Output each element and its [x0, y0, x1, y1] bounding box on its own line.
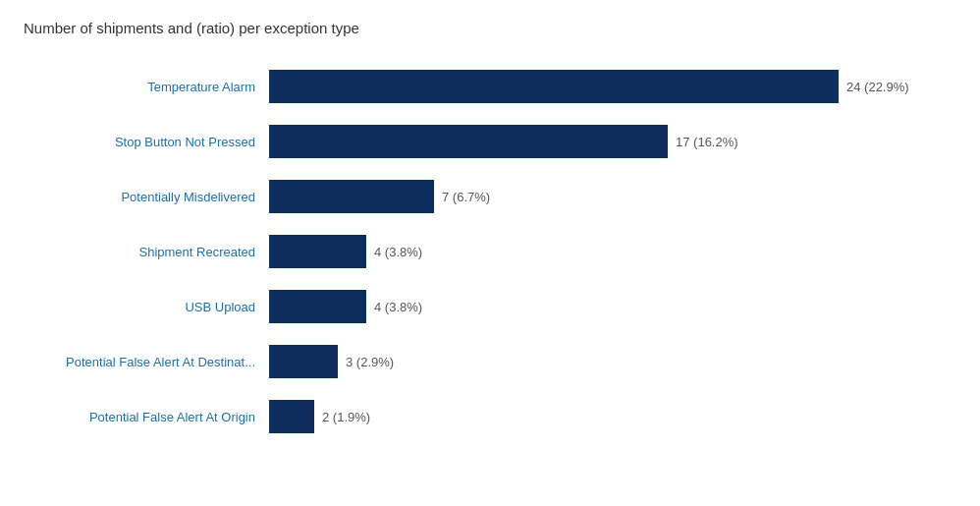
bar-label: Stop Button Not Pressed	[33, 135, 269, 149]
bar-row: Shipment Recreated4 (3.8%)	[33, 229, 956, 274]
bar-value: 7 (6.7%)	[442, 190, 490, 204]
bar-track: 2 (1.9%)	[269, 400, 956, 433]
bar-label: Temperature Alarm	[33, 80, 269, 94]
bar-track: 17 (16.2%)	[269, 125, 956, 158]
bar-fill	[269, 125, 668, 158]
bar-fill	[269, 70, 839, 103]
bar-value: 4 (3.8%)	[374, 300, 422, 314]
bar-track: 4 (3.8%)	[269, 290, 956, 323]
bar-row: Temperature Alarm24 (22.9%)	[33, 64, 956, 109]
bar-value: 24 (22.9%)	[846, 80, 909, 94]
bar-fill	[269, 345, 338, 378]
bar-value: 4 (3.8%)	[374, 245, 422, 259]
bar-label: Shipment Recreated	[33, 245, 269, 259]
bar-track: 24 (22.9%)	[269, 70, 956, 103]
bar-row: Potential False Alert At Destinat...3 (2…	[33, 339, 956, 384]
bar-fill	[269, 400, 314, 433]
bar-fill	[269, 290, 366, 323]
chart-title: Number of shipments and (ratio) per exce…	[24, 20, 956, 36]
bar-track: 4 (3.8%)	[269, 235, 956, 268]
bar-track: 3 (2.9%)	[269, 345, 956, 378]
bar-fill	[269, 235, 366, 268]
bar-chart: Temperature Alarm24 (22.9%)Stop Button N…	[24, 64, 956, 449]
bar-label: Potential False Alert At Destinat...	[33, 355, 269, 369]
bar-value: 3 (2.9%)	[346, 355, 394, 369]
bar-value: 2 (1.9%)	[322, 410, 370, 424]
bar-label: Potentially Misdelivered	[33, 190, 269, 204]
bar-row: USB Upload4 (3.8%)	[33, 284, 956, 329]
bar-label: USB Upload	[33, 300, 269, 314]
bar-fill	[269, 180, 434, 213]
bar-row: Potential False Alert At Origin2 (1.9%)	[33, 394, 956, 439]
bar-row: Stop Button Not Pressed17 (16.2%)	[33, 119, 956, 164]
bar-label: Potential False Alert At Origin	[33, 410, 269, 424]
bar-row: Potentially Misdelivered7 (6.7%)	[33, 174, 956, 219]
bar-track: 7 (6.7%)	[269, 180, 956, 213]
bar-value: 17 (16.2%)	[676, 135, 738, 149]
